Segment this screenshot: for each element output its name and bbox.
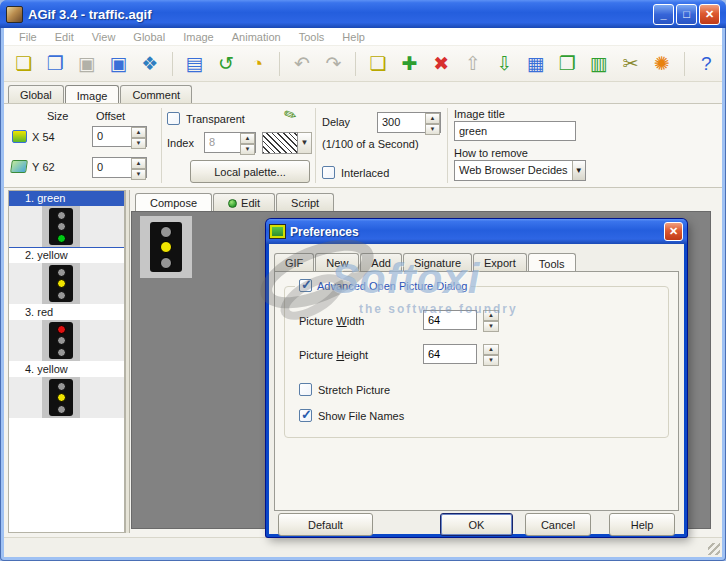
new-file-icon[interactable]: ❏ (9, 50, 39, 78)
menu-global[interactable]: Global (124, 29, 174, 45)
maximize-button[interactable]: □ (676, 4, 697, 25)
menu-image[interactable]: Image (174, 29, 223, 45)
minimize-button[interactable]: _ (653, 4, 674, 25)
tab-comment[interactable]: Comment (120, 85, 192, 103)
resize-grip[interactable] (708, 543, 720, 555)
light-yellow (57, 393, 66, 402)
picture-height-spinner[interactable]: ▲▼ (483, 344, 499, 365)
stretch-picture-checkbox[interactable]: Stretch Picture (299, 383, 390, 396)
dialog-title-bar[interactable]: Preferences ✕ (266, 219, 687, 244)
picture-width-spinner[interactable]: ▲▼ (483, 310, 499, 331)
add-icon[interactable]: ✚ (395, 50, 425, 78)
tab-edit[interactable]: Edit (213, 193, 275, 211)
save-icon[interactable]: ▣ (104, 50, 134, 78)
dialog-tab-gif[interactable]: GIF (274, 253, 314, 271)
dialog-tab-signature[interactable]: Signature (403, 253, 472, 271)
advanced-open-picture-checkbox-box[interactable] (299, 279, 312, 292)
frame-label[interactable]: 4. yellow (9, 362, 124, 377)
move-up-icon[interactable]: ⇧ (458, 50, 488, 78)
frame-item-4[interactable]: 4. yellow (9, 362, 124, 418)
undo-icon[interactable]: ↶ (287, 50, 317, 78)
advanced-open-picture-checkbox[interactable]: Advanced Open Picture Dialog (295, 279, 471, 292)
cut-icon[interactable]: ✂ (616, 50, 646, 78)
tab-image[interactable]: Image (65, 85, 120, 104)
frame-thumbnail[interactable] (9, 377, 124, 418)
show-file-names-checkbox-box[interactable] (299, 409, 312, 422)
move-down-icon[interactable]: ⇩ (489, 50, 519, 78)
tab-compose[interactable]: Compose (135, 193, 212, 211)
preferences-dialog: Preferences ✕ GIFNewAddSignatureExportTo… (266, 219, 687, 537)
dialog-tab-tools[interactable]: Tools (528, 253, 576, 272)
frame-list[interactable]: 1. green2. yellow3. red4. yellow (8, 190, 125, 533)
transparent-color-picker[interactable]: ▼ (262, 132, 312, 154)
redo-icon[interactable]: ↷ (319, 50, 349, 78)
frame-label[interactable]: 1. green (9, 191, 124, 206)
stretch-picture-checkbox-box[interactable] (299, 383, 312, 396)
menu-file[interactable]: File (10, 29, 46, 45)
transparent-checkbox[interactable]: Transparent (167, 112, 245, 125)
open-file-icon[interactable]: ❐ (41, 50, 71, 78)
image-title-input[interactable]: green (454, 121, 576, 141)
save-disabled-icon[interactable]: ▣ (72, 50, 102, 78)
interlaced-checkbox[interactable]: Interlaced (322, 166, 389, 179)
menu-help[interactable]: Help (333, 29, 374, 45)
splitter[interactable] (125, 190, 130, 533)
tab-global[interactable]: Global (8, 85, 64, 103)
status-bar (4, 537, 722, 557)
add-frame-icon[interactable]: ❏ (363, 50, 393, 78)
help-icon[interactable]: ? (692, 50, 722, 78)
y-offset-spinner[interactable]: 0▲▼ (92, 157, 147, 178)
picture-icon[interactable]: ▦ (521, 50, 551, 78)
x-offset-spinner[interactable]: 0▲▼ (92, 126, 147, 147)
close-button[interactable]: ✕ (699, 4, 720, 25)
menu-tools[interactable]: Tools (290, 29, 334, 45)
frame-label[interactable]: 3. red (9, 305, 124, 320)
paste-icon[interactable]: ▥ (584, 50, 614, 78)
optimize-icon[interactable]: ❖ (135, 50, 165, 78)
pen-icon[interactable]: ✎ (281, 104, 300, 126)
frame-thumbnail[interactable] (9, 206, 124, 247)
frame-item-1[interactable]: 1. green (9, 191, 124, 247)
dialog-tab-new[interactable]: New (315, 253, 359, 271)
frame-item-2[interactable]: 2. yellow (9, 248, 124, 304)
toolbar-separator (684, 52, 685, 76)
copy-icon[interactable]: ❐ (552, 50, 582, 78)
dialog-tab-add[interactable]: Add (360, 253, 402, 271)
dialog-close-button[interactable]: ✕ (664, 222, 683, 241)
picture-height-input[interactable]: 64 (423, 344, 477, 364)
frame-label[interactable]: 2. yellow (9, 248, 124, 263)
menu-animation[interactable]: Animation (223, 29, 290, 45)
hatch-swatch (262, 132, 298, 154)
advanced-open-picture-group: Advanced Open Picture Dialog Picture Wid… (284, 286, 669, 438)
burst-icon[interactable]: ✺ (647, 50, 677, 78)
local-palette-button[interactable]: Local palette... (190, 160, 310, 183)
show-file-names-checkbox[interactable]: Show File Names (299, 409, 404, 422)
transparent-checkbox-box[interactable] (167, 112, 180, 125)
delete-icon[interactable]: ✖ (426, 50, 456, 78)
how-to-remove-dropdown[interactable]: Web Browser Decides ▼ (454, 160, 586, 181)
title-bar[interactable]: AGif 3.4 - traffic.agif _ □ ✕ (0, 0, 726, 28)
canvas-frame-tile[interactable] (140, 216, 192, 278)
default-button[interactable]: Default (278, 513, 373, 536)
main-tab-strip: GlobalImageComment (4, 82, 722, 103)
picture-width-input[interactable]: 64 (423, 310, 477, 330)
frame-thumbnail[interactable] (9, 263, 124, 304)
ok-button[interactable]: OK (440, 513, 513, 536)
cancel-button[interactable]: Cancel (525, 513, 591, 536)
image-title-label: Image title (454, 108, 505, 120)
timer-icon[interactable]: ◔ (243, 50, 273, 78)
menu-edit[interactable]: Edit (46, 29, 83, 45)
y-size-label: Y 62 (32, 161, 55, 173)
help-button[interactable]: Help (609, 513, 675, 536)
tab-script[interactable]: Script (276, 193, 334, 211)
interlaced-checkbox-box[interactable] (322, 166, 335, 179)
camera-icon[interactable]: ▤ (180, 50, 210, 78)
dialog-tab-export[interactable]: Export (473, 253, 527, 271)
frame-item-3[interactable]: 3. red (9, 305, 124, 361)
picture-height-label: Picture Height (299, 349, 368, 361)
frame-thumbnail[interactable] (9, 320, 124, 361)
menu-view[interactable]: View (83, 29, 125, 45)
loop-icon[interactable]: ↺ (211, 50, 241, 78)
chevron-down-icon[interactable]: ▼ (298, 132, 312, 154)
delay-spinner[interactable]: 300▲▼ (377, 112, 441, 133)
